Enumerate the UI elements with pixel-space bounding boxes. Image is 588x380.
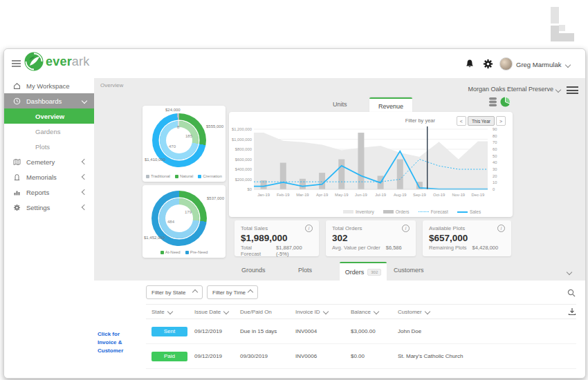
chevron-left-icon [82,174,87,180]
content-area: Overview Morgan Oaks Eternal Preserve $2… [94,78,585,378]
user-name[interactable]: Greg Marmulak [516,61,561,68]
download-icon[interactable] [564,307,576,316]
table-row[interactable]: Sent 09/12/2019 Due in 15 days INV0004 $… [146,319,576,344]
avatar[interactable] [499,57,513,70]
info-icon[interactable] [497,225,505,232]
svg-text:$1,000,000: $1,000,000 [232,137,252,142]
stat-value: $657,000 [429,233,505,243]
prev-year-button[interactable]: < [457,116,466,126]
svg-text:$600,000: $600,000 [235,158,252,162]
svg-text:Aug-19: Aug-19 [394,193,407,197]
page-background: everark Greg Marmulak [0,0,588,380]
chevron-up-icon [248,289,253,295]
stat-card-available-plots: Available Plots $657,000 Remaining Plots… [423,220,511,256]
sidebar-item-settings[interactable]: Settings [4,200,94,215]
status-badge[interactable]: Paid [151,352,187,361]
svg-text:60: 60 [493,147,497,151]
tab-grounds[interactable]: Grounds [241,267,266,274]
hamburger-icon[interactable] [12,60,21,68]
sidebar-item-reports[interactable]: Reports [4,184,94,200]
column-due-paid-on[interactable]: Due/Paid On [235,309,290,315]
sidebar-item-cemetery[interactable]: Cemetery [4,154,94,169]
svg-text:$0: $0 [248,187,252,191]
svg-text:0: 0 [493,187,495,191]
tab-orders[interactable]: Orders 302 [340,262,387,281]
site-selector[interactable]: Morgan Oaks Eternal Preserve [468,86,553,93]
gear-icon[interactable] [483,59,493,72]
search-icon[interactable] [567,287,576,300]
invoice-customer-annotation[interactable]: Click for Invoice & Customer [98,330,139,355]
sidebar-item-overview[interactable]: Overview [4,108,94,124]
memorial-icon [13,173,21,181]
donut-legend: At-Need Pre-Need [143,250,226,254]
tab-plots[interactable]: Plots [298,267,312,274]
slice-value-label: $1,410,000 [145,158,165,162]
collapse-section-chevron-icon[interactable] [567,269,572,275]
chevron-down-icon [82,98,87,104]
sidebar-item-plots[interactable]: Plots [4,139,94,154]
tab-customers[interactable]: Customers [394,267,424,274]
reports-icon [13,189,21,196]
donut-legend: Traditional Natural Cremation [143,174,226,178]
slice-count-label: 185 [185,134,192,138]
column-state[interactable]: State [146,309,189,315]
next-year-button[interactable]: > [496,116,506,126]
database-icon[interactable] [488,97,497,110]
tab-revenue[interactable]: Revenue [369,97,412,113]
column-balance[interactable]: Balance [345,309,392,315]
svg-text:40: 40 [493,160,497,164]
home-icon [13,82,21,90]
slice-value-label: $555,000 [206,124,223,129]
sidebar-item-my-workspace[interactable]: My Workspace [4,78,94,93]
filter-by-time-dropdown[interactable]: Filter by Time [207,285,258,299]
cell-due-paid-on: 09/30/2019 [235,353,290,359]
info-icon[interactable] [402,225,410,232]
column-customer[interactable]: Customer [392,309,564,315]
bell-icon[interactable] [465,59,475,72]
svg-text:20: 20 [493,174,497,178]
cemetery-icon [13,158,21,166]
everark-logo-icon[interactable] [24,51,44,75]
status-badge[interactable]: Sent [151,327,187,336]
pie-icon[interactable] [500,97,511,110]
tab-units[interactable]: Units [333,101,347,108]
chevron-left-icon [82,189,87,195]
stat-value: $1,989,000 [241,233,313,243]
svg-text:Oct-19: Oct-19 [433,193,445,197]
donut-card-need-type: $537,000 $1,452,000 179 484 At-Need Pre-… [143,185,226,258]
app-window: everark Greg Marmulak [3,48,586,379]
settings-icon [13,204,21,211]
table-row[interactable]: Paid 09/12/2019 09/30/2019 INV0006 $0.00… [146,344,576,369]
cell-invoice-id: INV0004 [290,328,345,334]
logo-wordmark: everark [46,55,89,69]
filter-by-state-dropdown[interactable]: Filter by State [146,285,203,299]
svg-text:90: 90 [493,127,497,131]
user-chevron-down-icon[interactable] [565,62,571,68]
sidebar-item-gardens[interactable]: Gardens [4,124,94,139]
svg-text:Mar-19: Mar-19 [296,193,309,197]
sidebar-item-memorials[interactable]: Memorials [4,169,94,184]
logo-fragment-watermark [551,6,576,40]
column-invoice-id[interactable]: Invoice ID [290,309,345,315]
cell-issue-date: 09/12/2019 [189,353,235,359]
breadcrumb: Overview [100,82,123,88]
svg-text:$400,000: $400,000 [235,167,252,171]
filter-by-year-label: Filter by year [405,117,435,124]
slice-count-label: 470 [169,144,176,149]
chevron-left-icon [82,205,87,210]
orders-count-badge: 302 [367,269,381,276]
svg-text:Jun-19: Jun-19 [355,193,367,197]
cell-balance: $0.00 [345,353,392,359]
svg-text:$800,000: $800,000 [235,147,252,151]
year-filter-value[interactable]: This Year [468,116,495,126]
info-icon[interactable] [305,225,313,232]
svg-text:$1,200,000: $1,200,000 [232,127,252,131]
cell-customer: St. Mary's Catholic Church [392,353,564,359]
site-chevron-down-icon[interactable] [555,87,561,93]
sidebar-item-dashboards[interactable]: Dashboards [4,93,94,108]
revenue-time-chart[interactable]: $1,200,000$1,000,000$800,000$600,000$400… [230,126,510,209]
column-issue-date[interactable]: Issue Date [189,309,235,315]
menu-icon[interactable] [567,86,578,96]
svg-text:May-19: May-19 [335,193,348,197]
cell-invoice-id: INV0006 [290,353,345,359]
